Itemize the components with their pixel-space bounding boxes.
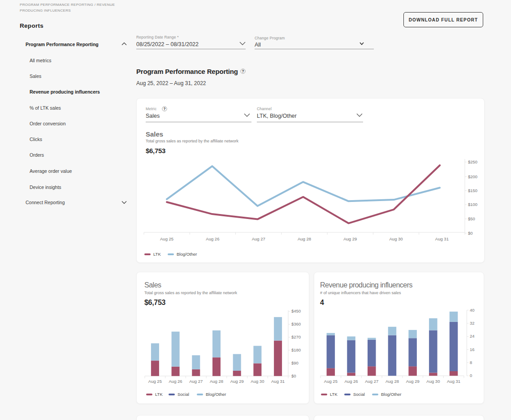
svg-text:Aug 29: Aug 29: [343, 236, 357, 241]
svg-text:$270: $270: [291, 334, 301, 339]
svg-text:Aug 28: Aug 28: [298, 236, 311, 241]
svg-text:Aug 26: Aug 26: [345, 379, 358, 384]
svg-text:$180: $180: [291, 347, 301, 352]
svg-text:Aug 26: Aug 26: [169, 379, 182, 384]
svg-text:$200: $200: [468, 174, 477, 179]
svg-text:$90: $90: [291, 360, 299, 365]
svg-text:Aug 31: Aug 31: [447, 379, 460, 384]
svg-text:24: 24: [470, 334, 475, 339]
svg-text:Aug 26: Aug 26: [206, 236, 219, 241]
svg-text:$360: $360: [291, 321, 301, 326]
svg-text:8: 8: [470, 360, 472, 365]
svg-text:40: 40: [470, 308, 475, 313]
svg-text:Aug 28: Aug 28: [210, 379, 223, 384]
svg-text:$0: $0: [468, 231, 473, 236]
svg-text:$50: $50: [468, 216, 475, 221]
svg-text:Aug 27: Aug 27: [252, 236, 265, 241]
svg-text:$0: $0: [291, 373, 296, 378]
svg-text:Aug 25: Aug 25: [148, 379, 162, 384]
svg-text:Aug 25: Aug 25: [324, 379, 338, 384]
svg-text:Aug 25: Aug 25: [160, 236, 173, 241]
svg-text:?: ?: [242, 69, 244, 73]
svg-text:Aug 30: Aug 30: [426, 379, 440, 384]
svg-text:Aug 27: Aug 27: [365, 379, 378, 384]
svg-text:$150: $150: [468, 188, 477, 193]
svg-text:Aug 31: Aug 31: [435, 236, 449, 241]
svg-text:$450: $450: [291, 309, 301, 313]
svg-text:Aug 30: Aug 30: [251, 379, 264, 384]
svg-text:Aug 28: Aug 28: [385, 379, 399, 384]
svg-text:$100: $100: [468, 202, 477, 207]
svg-text:Aug 31: Aug 31: [271, 379, 285, 384]
svg-text:Aug 29: Aug 29: [406, 379, 420, 384]
svg-text:0: 0: [470, 373, 472, 378]
svg-text:Aug 30: Aug 30: [390, 236, 403, 241]
svg-text:Aug 29: Aug 29: [230, 379, 244, 384]
svg-text:16: 16: [470, 347, 475, 352]
svg-text:?: ?: [163, 107, 165, 111]
svg-text:$250: $250: [468, 159, 477, 164]
svg-text:Aug 27: Aug 27: [189, 379, 203, 384]
svg-text:32: 32: [470, 321, 475, 326]
